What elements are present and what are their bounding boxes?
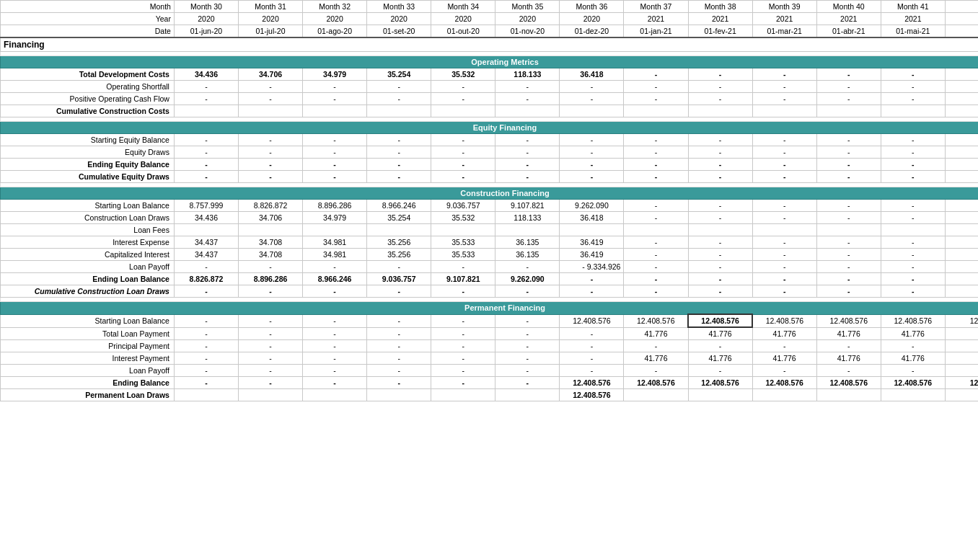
equity-financing-header: Equity Financing xyxy=(1,122,979,134)
month-37: Month 37 xyxy=(624,1,688,13)
construction-loan-draws-row: Construction Loan Draws 34.436 34.706 34… xyxy=(1,212,979,224)
month-32: Month 32 xyxy=(303,1,367,13)
cumulative-construction-loan-draws-row: Cumulative Construction Loan Draws - - -… xyxy=(1,285,979,298)
month-41: Month 41 xyxy=(881,1,945,13)
financial-table: Month Month 30 Month 31 Month 32 Month 3… xyxy=(0,0,978,401)
capitalized-interest-row: Capitalized Interest 34.437 34.708 34.98… xyxy=(1,249,979,261)
equity-draws-label: Equity Draws xyxy=(1,146,175,159)
starting-equity-balance-label: Starting Equity Balance xyxy=(1,134,175,146)
positive-op-cf-label: Positive Operating Cash Flow xyxy=(1,93,175,105)
permanent-financing-title: Permanent Financing xyxy=(1,302,979,315)
interest-expense-row: Interest Expense 34.437 34.708 34.981 35… xyxy=(1,236,979,249)
starting-equity-balance-row: Starting Equity Balance - - - - - - - - … xyxy=(1,134,979,146)
total-loan-payment-row: Total Loan Payment - - - - - - - 41.776 … xyxy=(1,327,979,340)
permanent-loan-draws-row: Permanent Loan Draws 12.408.576 xyxy=(1,389,979,401)
financing-section-header: Financing xyxy=(1,37,979,52)
loan-fees-label: Loan Fees xyxy=(1,224,175,236)
equity-draws-row: Equity Draws - - - - - - - - - - - - xyxy=(1,146,979,159)
month-36: Month 36 xyxy=(560,1,624,13)
construction-loan-draws-label: Construction Loan Draws xyxy=(1,212,175,224)
ending-equity-balance-row: Ending Equity Balance - - - - - - - - - … xyxy=(1,159,979,171)
year-header-row: Year 2020 2020 2020 2020 2020 2020 2020 … xyxy=(1,13,979,25)
interest-payment-row: Interest Payment - - - - - - - 41.776 41… xyxy=(1,352,979,365)
month-31: Month 31 xyxy=(239,1,303,13)
permanent-financing-header: Permanent Financing xyxy=(1,302,979,315)
ending-balance-row: Ending Balance - - - - - - 12.408.576 12… xyxy=(1,377,979,389)
principal-payment-label: Principal Payment xyxy=(1,340,175,352)
month-40: Month 40 xyxy=(816,1,881,13)
operating-metrics-header: Operating Metrics xyxy=(1,56,979,68)
operating-shortfall-label: Operating Shortfall xyxy=(1,81,175,93)
cumulative-construction-costs-row: Cumulative Construction Costs xyxy=(1,105,979,117)
construction-financing-header: Construction Financing xyxy=(1,187,979,200)
loan-payoff-construction-row: Loan Payoff - - - - - - - 9.334.926 - - … xyxy=(1,261,979,273)
total-dev-costs-row: Total Development Costs 34.436 34.706 34… xyxy=(1,68,979,81)
ending-loan-balance-row: Ending Loan Balance 8.826.872 8.896.286 … xyxy=(1,273,979,285)
total-loan-payment-label: Total Loan Payment xyxy=(1,327,175,340)
month-35: Month 35 xyxy=(495,1,560,13)
month-39: Month 39 xyxy=(752,1,816,13)
month-header-row: Month Month 30 Month 31 Month 32 Month 3… xyxy=(1,1,979,13)
operating-metrics-title: Operating Metrics xyxy=(1,56,979,68)
month-label: Month xyxy=(1,1,175,13)
ending-loan-balance-label: Ending Loan Balance xyxy=(1,273,175,285)
positive-operating-cf-row: Positive Operating Cash Flow - - - - - -… xyxy=(1,93,979,105)
cumulative-equity-draws-label: Cumulative Equity Draws xyxy=(1,171,175,183)
starting-loan-balance-row: Starting Loan Balance 8.757.999 8.826.87… xyxy=(1,200,979,212)
perm-starting-loan-balance-row: Starting Loan Balance - - - - - - 12.408… xyxy=(1,314,979,327)
year-label: Year xyxy=(1,13,175,25)
permanent-loan-draws-label: Permanent Loan Draws xyxy=(1,389,175,401)
operating-shortfall-row: Operating Shortfall - - - - - - - - - - … xyxy=(1,81,979,93)
starting-loan-balance-label: Starting Loan Balance xyxy=(1,200,175,212)
interest-payment-label: Interest Payment xyxy=(1,352,175,365)
date-header-row: Date 01-jun-20 01-jul-20 01-ago-20 01-se… xyxy=(1,25,979,38)
equity-financing-title: Equity Financing xyxy=(1,122,979,134)
perm-loan-payoff-label: Loan Payoff xyxy=(1,365,175,377)
perm-loan-payoff-row: Loan Payoff - - - - - - - - - - - - xyxy=(1,365,979,377)
cumulative-equity-draws-row: Cumulative Equity Draws - - - - - - - - … xyxy=(1,171,979,183)
total-dev-costs-label: Total Development Costs xyxy=(1,68,175,81)
month-38: Month 38 xyxy=(688,1,752,13)
cumulative-construction-loan-draws-label: Cumulative Construction Loan Draws xyxy=(1,285,175,298)
cumulative-construction-costs-label: Cumulative Construction Costs xyxy=(1,105,175,117)
loan-payoff-construction-label: Loan Payoff xyxy=(1,261,175,273)
ending-equity-balance-label: Ending Equity Balance xyxy=(1,159,175,171)
highlighted-value: 12.408.576 xyxy=(688,314,752,327)
perm-starting-loan-balance-label: Starting Loan Balance xyxy=(1,314,175,327)
month-33: Month 33 xyxy=(367,1,431,13)
construction-financing-title: Construction Financing xyxy=(1,187,979,200)
date-label: Date xyxy=(1,25,175,38)
ending-balance-label: Ending Balance xyxy=(1,377,175,389)
principal-payment-row: Principal Payment - - - - - - - - - - - … xyxy=(1,340,979,352)
interest-expense-label: Interest Expense xyxy=(1,236,175,249)
financing-label: Financing xyxy=(1,37,979,52)
month-beyond xyxy=(945,1,978,13)
month-34: Month 34 xyxy=(431,1,495,13)
month-30: Month 30 xyxy=(174,1,238,13)
loan-fees-row: Loan Fees xyxy=(1,224,979,236)
capitalized-interest-label: Capitalized Interest xyxy=(1,249,175,261)
